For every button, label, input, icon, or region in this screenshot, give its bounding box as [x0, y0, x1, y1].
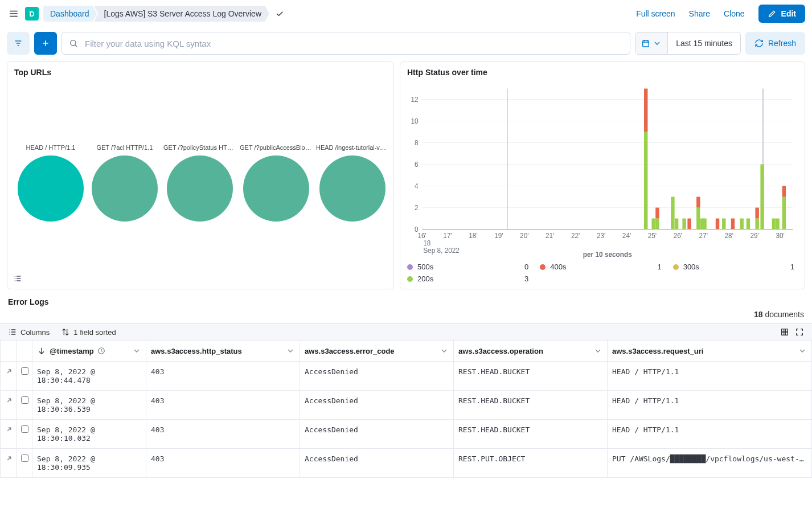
- fullscreen-icon[interactable]: [795, 327, 804, 337]
- svg-rect-51: [731, 219, 735, 230]
- legend-item-500s[interactable]: 500s: [407, 263, 433, 271]
- date-picker[interactable]: Last 15 minutes: [635, 32, 741, 55]
- svg-rect-55: [755, 208, 758, 219]
- legend-count: 1: [578, 263, 662, 271]
- refresh-label: Refresh: [768, 39, 796, 48]
- cell-error: AccessDenied: [300, 391, 454, 420]
- svg-rect-50: [722, 219, 725, 230]
- breadcrumb: Dashboard [Logs AWS] S3 Server Access Lo…: [43, 6, 284, 22]
- svg-rect-43: [682, 219, 686, 230]
- chevron-down-icon[interactable]: [286, 346, 295, 355]
- legend-count: 3: [445, 275, 528, 283]
- legend-label: 200s: [417, 275, 433, 283]
- chevron-down-icon[interactable]: [132, 346, 141, 355]
- pie-circle: [319, 155, 386, 222]
- col-operation[interactable]: aws.s3access.operation: [454, 341, 608, 362]
- pie-2[interactable]: GET /?policyStatus HTTP/1.1: [166, 144, 234, 222]
- pie-0[interactable]: HEAD / HTTP/1.1: [18, 144, 84, 222]
- col-request-uri[interactable]: aws.s3access.request_uri: [608, 341, 812, 362]
- refresh-icon: [754, 39, 764, 48]
- fullscreen-link[interactable]: Full screen: [636, 9, 675, 18]
- panel-http-status: Http Status over time 02468101216'17'18'…: [400, 62, 805, 289]
- svg-rect-49: [716, 219, 719, 230]
- pie-circle: [18, 155, 84, 222]
- select-row-checkbox[interactable]: [17, 420, 32, 449]
- expand-row-button[interactable]: [1, 420, 17, 449]
- cell-timestamp: Sep 8, 2022 @ 18:30:10.032: [32, 420, 146, 449]
- edit-button[interactable]: Edit: [758, 5, 805, 23]
- clone-link[interactable]: Clone: [724, 9, 745, 18]
- svg-rect-45: [696, 208, 700, 230]
- col-expand: [1, 341, 17, 362]
- cell-error: AccessDenied: [300, 362, 454, 391]
- chevron-down-icon[interactable]: [440, 346, 449, 355]
- breadcrumb-dashboard[interactable]: Dashboard: [43, 6, 97, 22]
- cell-operation: REST.HEAD.BUCKET: [454, 420, 608, 449]
- select-row-checkbox[interactable]: [17, 391, 32, 420]
- search-input[interactable]: [84, 38, 623, 49]
- col-error-code[interactable]: aws.s3access.error_code: [300, 341, 454, 362]
- date-range-label[interactable]: Last 15 minutes: [668, 39, 740, 48]
- cell-timestamp: Sep 8, 2022 @ 18:30:09.935: [32, 449, 146, 478]
- legend-item-300s[interactable]: 300s: [673, 263, 699, 271]
- refresh-button[interactable]: Refresh: [745, 32, 805, 55]
- col-select: [17, 341, 32, 362]
- chevron-down-icon: [653, 39, 662, 48]
- svg-text:19': 19': [494, 232, 503, 240]
- svg-text:per 10 seconds: per 10 seconds: [583, 251, 632, 259]
- chevron-down-icon[interactable]: [593, 346, 602, 355]
- svg-text:6: 6: [415, 161, 419, 169]
- columns-button[interactable]: Columns: [8, 327, 50, 337]
- svg-rect-44: [687, 219, 691, 230]
- pie-circle: [92, 155, 158, 222]
- edit-label: Edit: [781, 9, 796, 18]
- panel-title: Http Status over time: [400, 62, 805, 83]
- svg-rect-59: [782, 197, 786, 230]
- table-toolbar: Columns 1 field sorted: [0, 323, 812, 340]
- date-quick-select[interactable]: [635, 32, 668, 54]
- breadcrumb-current[interactable]: [Logs AWS] S3 Server Access Log Overview: [94, 6, 270, 22]
- cell-timestamp: Sep 8, 2022 @ 18:30:36.539: [32, 391, 146, 420]
- svg-rect-52: [740, 219, 743, 230]
- svg-text:22': 22': [571, 232, 580, 240]
- table-row: Sep 8, 2022 @ 18:30:44.478403AccessDenie…: [1, 362, 812, 391]
- error-logs-table: @timestamp aws.s3access.http_status aws.…: [0, 340, 812, 478]
- share-link[interactable]: Share: [689, 9, 710, 18]
- pencil-icon: [768, 9, 777, 18]
- sort-button[interactable]: 1 field sorted: [61, 327, 116, 337]
- svg-text:16': 16': [417, 232, 426, 240]
- svg-text:8: 8: [415, 139, 419, 147]
- calendar-icon: [641, 39, 650, 48]
- legend-swatch: [407, 264, 413, 270]
- expand-row-button[interactable]: [1, 449, 17, 478]
- select-row-checkbox[interactable]: [17, 449, 32, 478]
- table-row: Sep 8, 2022 @ 18:30:36.539403AccessDenie…: [1, 391, 812, 420]
- svg-rect-46: [696, 197, 700, 208]
- svg-text:26': 26': [674, 232, 682, 240]
- filter-toggle-button[interactable]: [7, 32, 30, 55]
- expand-row-button[interactable]: [1, 362, 17, 391]
- svg-text:29': 29': [750, 232, 758, 240]
- legend-label: 400s: [550, 263, 566, 271]
- legend-toggle-icon[interactable]: [13, 274, 22, 283]
- nav-menu-button[interactable]: [7, 7, 20, 21]
- svg-text:28': 28': [725, 232, 733, 240]
- legend-item-200s[interactable]: 200s: [407, 275, 433, 283]
- svg-rect-38: [651, 219, 655, 230]
- legend-swatch: [673, 264, 679, 270]
- cell-operation: REST.PUT.OBJECT: [454, 449, 608, 478]
- svg-text:21': 21': [546, 232, 554, 240]
- add-filter-button[interactable]: [34, 32, 57, 55]
- density-icon[interactable]: [780, 327, 789, 337]
- col-timestamp[interactable]: @timestamp: [32, 341, 146, 362]
- col-http-status[interactable]: aws.s3access.http_status: [146, 341, 300, 362]
- select-row-checkbox[interactable]: [17, 362, 32, 391]
- expand-row-button[interactable]: [1, 391, 17, 420]
- query-bar[interactable]: [61, 32, 630, 55]
- pie-1[interactable]: GET /?acl HTTP/1.1: [92, 144, 158, 222]
- legend-item-400s[interactable]: 400s: [540, 263, 566, 271]
- pie-3[interactable]: GET /?publicAccessBlock HTTP/1.1: [242, 144, 310, 222]
- svg-rect-48: [703, 219, 706, 230]
- pie-4[interactable]: HEAD /ingest-tutorial-vpcflowlogs HTTP…: [318, 144, 387, 222]
- chevron-down-icon[interactable]: [798, 346, 807, 355]
